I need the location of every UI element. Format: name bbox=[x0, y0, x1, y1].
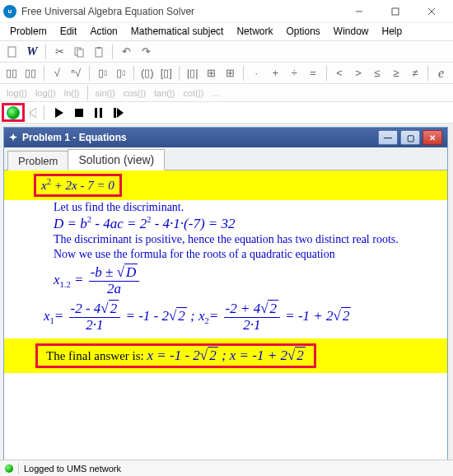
plus-icon[interactable]: + bbox=[267, 64, 284, 82]
frac-3col-icon[interactable]: ▯▯ bbox=[22, 64, 40, 82]
minimize-button[interactable] bbox=[341, 0, 377, 23]
final-answer-highlight: The final answer is: x = -1 - 2√2 ; x = … bbox=[4, 338, 447, 373]
dot-icon[interactable]: · bbox=[248, 64, 265, 82]
svg-rect-6 bbox=[77, 49, 83, 57]
separator bbox=[179, 66, 180, 81]
pause-icon[interactable] bbox=[91, 105, 106, 120]
separator bbox=[89, 66, 90, 81]
stop-icon[interactable] bbox=[72, 105, 86, 120]
radical-icon[interactable]: √ bbox=[49, 64, 66, 82]
maximize-button[interactable] bbox=[377, 0, 413, 23]
separator bbox=[326, 66, 327, 81]
child-close-button[interactable]: ✕ bbox=[423, 130, 442, 145]
separator bbox=[44, 105, 44, 120]
func-sin[interactable]: sin(|) bbox=[92, 88, 119, 98]
copy-icon[interactable] bbox=[70, 43, 88, 61]
grid2-icon[interactable]: ⊞ bbox=[222, 64, 239, 82]
root-values: x1= -2 - 4√22·1 = -1 - 2√2 ; x2= -2 + 4√… bbox=[4, 296, 447, 333]
child-minimize-button[interactable]: — bbox=[378, 130, 398, 145]
separator bbox=[243, 66, 244, 81]
child-maximize-button[interactable]: ▢ bbox=[400, 130, 420, 145]
wizard-icon[interactable]: W bbox=[23, 43, 41, 61]
close-button[interactable] bbox=[413, 0, 450, 23]
sup-icon[interactable]: ▯▯ bbox=[94, 64, 111, 82]
func-tan[interactable]: tan(|) bbox=[151, 88, 178, 98]
le-icon[interactable]: ≤ bbox=[368, 64, 385, 82]
svg-marker-9 bbox=[30, 108, 36, 118]
child-window: ✦ Problem 1 - Equations — ▢ ✕ Problem So… bbox=[3, 127, 448, 476]
window-controls bbox=[341, 0, 450, 23]
separator bbox=[427, 66, 428, 81]
record-icon[interactable] bbox=[7, 106, 20, 119]
equals-icon[interactable]: = bbox=[305, 64, 322, 82]
gt-icon[interactable]: > bbox=[349, 64, 367, 82]
equation-highlight: x2 + 2x - 7 = 0 bbox=[4, 170, 447, 200]
func-cos[interactable]: cos(|) bbox=[120, 88, 149, 98]
svg-marker-16 bbox=[117, 108, 124, 118]
svg-rect-4 bbox=[8, 47, 16, 57]
sub-icon[interactable]: ▯▯ bbox=[113, 64, 130, 82]
new-icon[interactable] bbox=[3, 43, 21, 61]
func-cot[interactable]: cot(|) bbox=[180, 88, 208, 98]
tab-problem[interactable]: Problem bbox=[7, 151, 68, 170]
func-more[interactable]: ... bbox=[208, 88, 222, 98]
menu-bar: Problem Edit Action Mathematical subject… bbox=[0, 23, 453, 41]
redo-icon[interactable]: ↷ bbox=[137, 43, 155, 61]
abs-icon[interactable]: |▯| bbox=[184, 64, 201, 82]
divide-icon[interactable]: ÷ bbox=[286, 64, 303, 82]
func-log2[interactable]: log(|) bbox=[32, 88, 59, 98]
svg-rect-15 bbox=[114, 108, 116, 118]
step-icon[interactable] bbox=[111, 105, 126, 120]
equation-box: x2 + 2x - 7 = 0 bbox=[34, 174, 122, 197]
svg-rect-7 bbox=[96, 48, 102, 57]
status-text: Logged to UMS network bbox=[24, 464, 121, 474]
ge-icon[interactable]: ≥ bbox=[387, 64, 404, 82]
title-bar: u Free Universal Algebra Equation Solver bbox=[0, 0, 453, 23]
menu-window[interactable]: Window bbox=[327, 23, 376, 40]
paste-icon[interactable] bbox=[90, 43, 108, 61]
menu-help[interactable]: Help bbox=[376, 23, 409, 40]
narrative-line-1: Let us find the discriminant. bbox=[4, 200, 447, 215]
app-icon: u bbox=[3, 5, 16, 18]
narrative-line-3: Now we use the formula for the roots of … bbox=[4, 247, 447, 262]
solution-body: x2 + 2x - 7 = 0 Let us find the discrimi… bbox=[4, 170, 447, 476]
separator bbox=[45, 44, 46, 59]
menu-problem[interactable]: Problem bbox=[3, 23, 54, 40]
toolbar-functions: log(|) log(|) ln(|) sin(|) cos(|) tan(|)… bbox=[0, 84, 453, 102]
grid-icon[interactable]: ⊞ bbox=[203, 64, 220, 82]
menu-options[interactable]: Options bbox=[279, 23, 326, 40]
func-ln[interactable]: ln(|) bbox=[61, 88, 83, 98]
root-formula: x1.2 = -b ± √D2a bbox=[4, 262, 447, 296]
svg-rect-14 bbox=[100, 108, 102, 118]
svg-rect-13 bbox=[95, 108, 97, 118]
cut-icon[interactable]: ✂ bbox=[50, 43, 68, 61]
menu-math-subject[interactable]: Mathematical subject bbox=[124, 23, 231, 40]
skip-back-icon[interactable] bbox=[30, 108, 36, 118]
menu-edit[interactable]: Edit bbox=[54, 23, 84, 40]
nth-root-icon[interactable]: ⁿ√ bbox=[68, 64, 85, 82]
func-log1[interactable]: log(|) bbox=[3, 88, 30, 98]
undo-icon[interactable]: ↶ bbox=[117, 43, 135, 61]
separator bbox=[44, 66, 44, 81]
highlight-record bbox=[2, 103, 25, 122]
toolbar-main: W ✂ ↶ ↷ bbox=[0, 41, 453, 63]
menu-action[interactable]: Action bbox=[83, 23, 124, 40]
tab-solution[interactable]: Solution (view) bbox=[68, 149, 165, 170]
e-const-icon[interactable]: e bbox=[432, 64, 450, 82]
svg-rect-1 bbox=[392, 8, 399, 15]
toolbar-math: ▯▯ ▯▯ √ ⁿ√ ▯▯ ▯▯ (▯) [▯] |▯| ⊞ ⊞ · + ÷ =… bbox=[0, 63, 453, 84]
separator bbox=[112, 44, 113, 59]
svg-rect-12 bbox=[75, 109, 83, 117]
paren-icon[interactable]: (▯) bbox=[138, 64, 156, 82]
final-answer-box: The final answer is: x = -1 - 2√2 ; x = … bbox=[35, 343, 316, 368]
status-bar: Logged to UMS network bbox=[0, 460, 453, 476]
play-icon[interactable] bbox=[52, 105, 67, 120]
child-title-bar[interactable]: ✦ Problem 1 - Equations — ▢ ✕ bbox=[4, 128, 447, 147]
separator bbox=[133, 66, 134, 81]
lt-icon[interactable]: < bbox=[331, 64, 348, 82]
menu-network[interactable]: Network bbox=[230, 23, 279, 40]
narrative-line-2: The discriminant is positive, hence the … bbox=[4, 232, 447, 247]
frac-2col-icon[interactable]: ▯▯ bbox=[3, 64, 21, 82]
ne-icon[interactable]: ≠ bbox=[406, 64, 423, 82]
bracket-icon[interactable]: [▯] bbox=[157, 64, 175, 82]
